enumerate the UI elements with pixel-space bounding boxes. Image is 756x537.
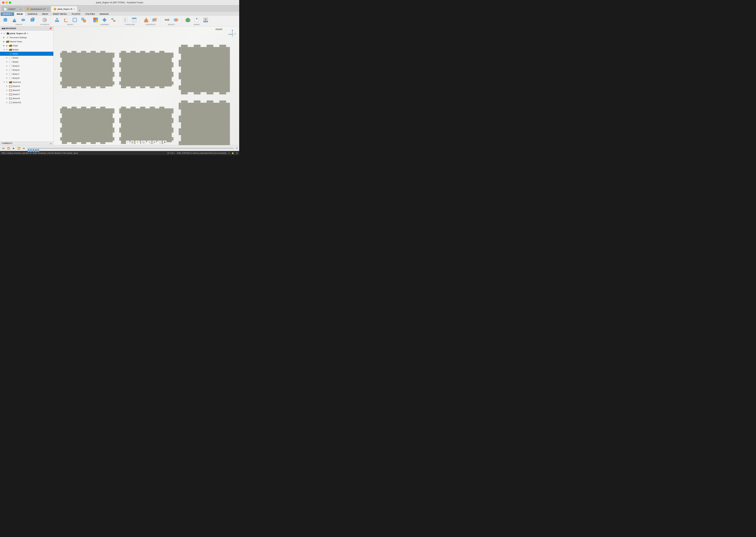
zoom-in-button[interactable]: 🔍 [147,141,152,144]
skip-end-button[interactable]: ⏭ [22,146,26,150]
settings-icon[interactable]: ⚙ [236,147,238,149]
design-dropdown[interactable]: DESIGN ▾ [1,12,14,16]
browser-tab-plankfingers[interactable]: 🔶 plank_fingers v5 ✕ [51,6,77,12]
visibility-eye-root[interactable]: 👁 [3,32,6,34]
tree-item-body17[interactable]: 👁 Body17 [0,72,53,76]
tree-item-sketch9[interactable]: 👁 Sketch9 [0,96,53,101]
table-button[interactable] [130,17,138,23]
align-button[interactable] [109,17,117,23]
measure-button[interactable] [163,17,171,23]
root-options-icon[interactable]: ⚙ [27,32,28,34]
skip-start-button[interactable]: ⏮ [1,146,5,150]
visibility-eye-sketch5[interactable]: 👁 [6,89,9,91]
visibility-eye-body16[interactable]: 👁 [6,69,9,71]
visibility-eye-body3[interactable]: 👁 [6,57,9,59]
sidebar-pin-icon[interactable]: 📌 [49,27,52,30]
close-button[interactable] [2,1,4,4]
tab-close-icon[interactable]: ✕ [73,8,75,10]
fit-to-window-button[interactable]: ⊡ [130,141,134,144]
parameters-button[interactable] [121,17,129,23]
tree-item-sketch4[interactable]: 👁 Sketch4 [0,84,53,88]
sidebar-comments[interactable]: COMMENTS ▲ [0,142,53,145]
decal-button[interactable] [202,17,210,23]
display-settings-button[interactable]: ⬜ [157,141,162,144]
comments-expand-icon[interactable]: ▲ [50,142,52,145]
visibility-eye-body14[interactable]: 👁 [6,65,9,67]
tree-item-body1[interactable]: 👁 Body1 [0,52,53,56]
visibility-eye-sketch4[interactable]: 👁 [6,85,9,87]
timeline-marker[interactable] [30,149,32,152]
create-new-component-button[interactable] [1,17,10,23]
pan-button[interactable]: ✋ [135,141,140,144]
tab-surface[interactable]: SURFACE [25,12,40,16]
visibility-eye-body1[interactable]: 👁 [6,53,9,55]
orbit-button[interactable]: ↻ [152,141,156,144]
tree-item-sketch7[interactable]: 👁 Sketch7 [0,92,53,96]
maximize-button[interactable] [9,1,11,4]
tab-manage[interactable]: MANAGE [98,12,111,16]
tree-item-root[interactable]: ▼ 👁 plank_fingers v5 ⚙ [0,31,53,35]
visibility-eye-origin[interactable]: ◉ [6,45,9,47]
tree-item-sketch10[interactable]: 👁 Sketch10 [0,101,53,104]
box-button[interactable] [28,17,36,23]
visibility-eye-body6[interactable]: 👁 [6,61,9,63]
next-button[interactable]: ⏩ [17,146,21,150]
timeline-marker[interactable] [37,149,39,152]
home-view-button[interactable]: ⌂ [126,141,130,144]
insert-svg-button[interactable] [193,17,201,23]
fillet-button[interactable] [62,17,70,23]
play-button[interactable]: ▶ [12,146,16,150]
grid-settings-button[interactable]: ⊞ [163,141,167,144]
visibility-eye-sketch7[interactable]: 👁 [6,93,9,96]
zoom-out-button[interactable]: 🔍- [140,141,146,144]
timeline-marker[interactable] [35,149,37,152]
tree-item-body3[interactable]: 👁 Body3 [0,56,53,60]
tree-item-sketch5[interactable]: 👁 Sketch5 [0,88,53,92]
tree-item-body18[interactable]: 👁 Body18 [0,76,53,80]
tab-solid[interactable]: SOLID [15,12,25,16]
tree-item-body16[interactable]: 👁 Body16 [0,68,53,72]
prev-button[interactable]: ⏪ [7,146,10,150]
automate-button[interactable] [41,17,49,23]
revolve-button[interactable] [19,17,27,23]
visibility-eye-bodies[interactable]: 👁 [6,49,9,51]
browser-tab-untitled1[interactable]: 📄 Untitled* ✕ [1,6,23,12]
visibility-eye-sketch9[interactable]: 👁 [6,98,9,100]
minimize-button[interactable] [6,1,8,4]
tab-close-icon[interactable]: ✕ [20,8,21,10]
tree-item-body14[interactable]: 👁 Body14 [0,64,53,68]
timeline-marker[interactable] [32,149,34,152]
extrude-button[interactable] [10,17,19,23]
tab-close-icon[interactable]: ✕ [47,8,49,10]
tree-item-sketches[interactable]: ▼ 👁 Sketches [0,80,53,84]
visibility-eye-sketches[interactable]: 👁 [6,81,9,83]
offset-plane-button[interactable] [151,17,159,23]
press-pull-button[interactable] [53,17,61,23]
assemble-component-button[interactable] [92,17,100,23]
new-tab-button[interactable]: + [79,9,80,12]
tab-sheet-metal[interactable]: SHEET METAL [51,12,69,16]
combine-button[interactable] [80,17,88,23]
insert-mesh-button[interactable] [184,17,192,23]
sidebar-collapse-icon[interactable]: ◀◀ [1,27,5,30]
midplane-button[interactable] [142,17,150,23]
tree-item-named-views[interactable]: ▶ Named Views [0,39,53,44]
tree-item-origin[interactable]: ▶ ◉ Origin [0,44,53,48]
timeline-marker[interactable] [28,149,29,152]
tab-mesh[interactable]: MESH [40,12,50,16]
visibility-eye-body18[interactable]: 👁 [6,77,9,79]
tree-item-body6[interactable]: 👁 Body6 [0,60,53,64]
shell-button[interactable] [71,17,79,23]
joint-button[interactable] [100,17,108,23]
viewport[interactable]: FRONT Z FRONT [54,26,239,145]
tab-utilities[interactable]: UTILITIES [83,12,97,16]
visibility-eye-body17[interactable]: 👁 [6,73,9,75]
notifications-icon[interactable]: 🔔 [232,152,234,154]
settings-gear-icon[interactable]: ⚙ [236,152,238,154]
tree-item-doc-settings[interactable]: ▶ ⚙ Document Settings [0,35,53,39]
timeline-track[interactable] [27,148,234,148]
tree-item-bodies[interactable]: ▼ 👁 Bodies [0,48,53,52]
tab-plastic[interactable]: PLASTIC [69,12,83,16]
visibility-eye-sketch10[interactable]: 👁 [6,102,9,103]
browser-tab-planksstock[interactable]: 🔶 planks&stock v2* ✕ [24,6,51,12]
